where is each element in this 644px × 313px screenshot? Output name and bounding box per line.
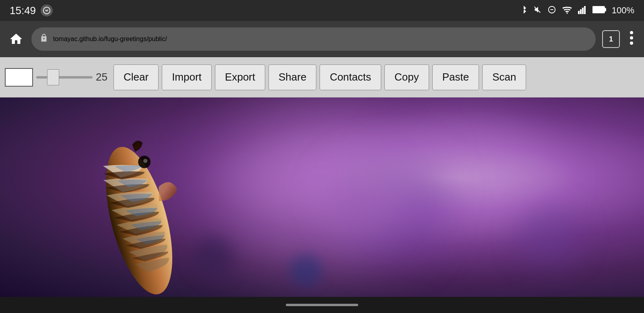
share-button[interactable]: Share <box>268 64 316 90</box>
fish-illustration <box>32 97 274 297</box>
status-bar: 15:49 <box>0 0 644 21</box>
svg-point-0 <box>43 7 50 14</box>
svg-point-13 <box>630 36 633 39</box>
url-domain: tomayac.github.io <box>53 35 103 42</box>
svg-point-12 <box>630 31 633 34</box>
drawing-canvas[interactable] <box>0 97 644 297</box>
export-button[interactable]: Export <box>215 64 265 90</box>
url-path: /fugu-greetings/public/ <box>103 35 167 42</box>
copy-button[interactable]: Copy <box>384 64 429 90</box>
nav-home-indicator[interactable] <box>286 304 358 306</box>
pocket-icon <box>41 4 53 17</box>
lock-icon <box>39 33 48 45</box>
import-button[interactable]: Import <box>162 64 212 90</box>
svg-point-14 <box>630 41 633 45</box>
svg-rect-5 <box>578 11 580 14</box>
bokeh-spot-2 <box>519 207 580 267</box>
tab-count: 1 <box>609 35 613 44</box>
clear-button[interactable]: Clear <box>114 64 159 90</box>
url-display: tomayac.github.io/fugu-greetings/public/ <box>53 35 167 43</box>
dnd-icon <box>547 5 556 16</box>
signal-icon <box>578 5 587 16</box>
home-button[interactable] <box>7 30 25 48</box>
svg-point-17 <box>143 159 147 163</box>
address-bar[interactable]: tomayac.github.io/fugu-greetings/public/ <box>31 27 596 51</box>
bokeh-spot-blue <box>290 255 322 287</box>
toolbar: 25 Clear Import Export Share Contacts Co… <box>0 57 644 97</box>
canvas-content[interactable] <box>0 97 644 297</box>
bokeh-spot-3 <box>193 237 233 277</box>
color-picker[interactable] <box>5 68 33 87</box>
svg-point-4 <box>566 12 568 14</box>
svg-rect-8 <box>584 6 586 14</box>
more-options-button[interactable] <box>626 27 637 51</box>
svg-rect-6 <box>580 9 582 14</box>
size-slider[interactable] <box>36 76 93 79</box>
size-slider-container: 25 <box>36 71 110 83</box>
slider-value: 25 <box>96 71 110 83</box>
status-time: 15:49 <box>10 4 36 17</box>
battery-percentage: 100% <box>612 5 634 16</box>
battery-icon <box>592 6 606 16</box>
paste-button[interactable]: Paste <box>432 64 479 90</box>
svg-rect-7 <box>582 8 584 14</box>
bluetooth-icon <box>520 5 527 17</box>
contacts-button[interactable]: Contacts <box>320 64 381 90</box>
tab-count-button[interactable]: 1 <box>602 30 620 48</box>
wifi-icon <box>562 6 572 16</box>
status-right: 100% <box>520 5 634 17</box>
nav-bar <box>0 297 644 313</box>
status-left: 15:49 <box>10 4 53 17</box>
scan-button[interactable]: Scan <box>482 64 526 90</box>
svg-rect-11 <box>605 8 606 11</box>
svg-rect-10 <box>593 7 604 12</box>
browser-bar: tomayac.github.io/fugu-greetings/public/… <box>0 21 644 57</box>
mute-icon <box>533 5 542 16</box>
bokeh-spot-1 <box>322 157 402 237</box>
